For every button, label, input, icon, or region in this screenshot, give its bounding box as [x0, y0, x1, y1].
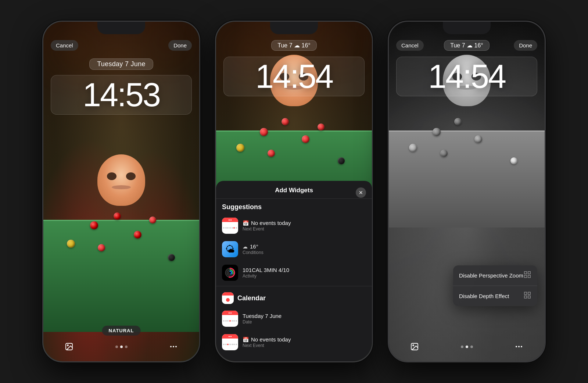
notch-2	[270, 22, 318, 34]
suggestion-calendar-sub: Next Event	[243, 226, 366, 232]
bottom-toolbar-3	[389, 339, 545, 354]
disable-depth-effect-text: Disable Depth Effect	[459, 293, 509, 299]
weather-suggestion-icon: 🌤	[222, 241, 238, 257]
cal-body	[222, 222, 238, 234]
page-dots-1	[115, 346, 128, 348]
suggestion-weather-main: 16°	[250, 243, 258, 250]
calendar-section-header: Calendar	[216, 288, 372, 307]
svg-point-3	[173, 346, 174, 347]
calendar-event-icon	[222, 334, 238, 350]
calendar-date-icon	[222, 311, 238, 327]
date-pill-1: Tuesday 7 June	[89, 58, 153, 70]
date-widget-2: Tue 7 ☁ 16°	[223, 40, 365, 51]
notch-3	[443, 22, 491, 34]
weather-text-2: Tue 7	[277, 42, 292, 49]
natural-badge-1: NATURAL	[102, 326, 141, 336]
calendar-section-title: Calendar	[237, 294, 266, 302]
context-menu-3: Disable Perspective Zoom Disable Depth E…	[453, 265, 537, 306]
perspective-zoom-icon	[523, 271, 531, 280]
svg-rect-23	[524, 275, 527, 278]
svg-point-18	[516, 346, 517, 347]
date-widget-1: Tuesday 7 June	[51, 58, 192, 70]
done-button-1[interactable]: Done	[168, 40, 192, 51]
suggestion-activity-sub: Activity	[243, 273, 366, 279]
dot-1-1	[115, 346, 118, 348]
calendar-event-main: No events today	[251, 336, 291, 343]
calendar-date-sub: Date	[243, 319, 366, 325]
section-divider	[216, 286, 372, 286]
calendar-section-icon	[222, 292, 234, 304]
clock-time-1: 14:53	[51, 75, 192, 115]
svg-rect-28	[528, 296, 530, 298]
svg-point-2	[170, 346, 172, 347]
weather-icon-2: ☁	[294, 42, 301, 49]
svg-point-17	[413, 345, 414, 346]
clock-display-3: 14:54	[389, 57, 545, 96]
suggestion-activity-item[interactable]: 101CAL 3MIN 4/10 Activity	[216, 261, 372, 284]
modal-close-button[interactable]: ✕	[356, 187, 366, 198]
weather-widget-2: Tue 7 ☁ 16°	[271, 40, 316, 51]
cal-header	[222, 218, 238, 222]
more-icon-3[interactable]	[512, 339, 526, 354]
page-dots-3	[461, 346, 473, 348]
clock-time-3: 14:54	[396, 57, 537, 96]
photos-icon-3[interactable]	[407, 339, 422, 354]
top-buttons-1: Cancel Done	[43, 40, 199, 51]
svg-rect-21	[524, 272, 527, 274]
dot-3-1	[461, 346, 463, 348]
weather-temp-2: 16°	[302, 42, 311, 49]
phone-2: Tue 7 ☁ 16° 14:54	[215, 21, 373, 362]
svg-point-19	[518, 346, 520, 347]
activity-icon	[222, 265, 238, 281]
dot-3-3	[470, 346, 473, 348]
cancel-button-3[interactable]: Cancel	[396, 40, 424, 51]
cancel-button-1[interactable]: Cancel	[51, 40, 78, 51]
bottom-toolbar-1	[43, 339, 199, 354]
clock-display-1: 14:53	[43, 75, 199, 115]
photos-icon-1[interactable]	[62, 339, 76, 354]
dot-1-3	[125, 346, 128, 348]
clock-time-2: 14:54	[223, 57, 365, 96]
modal-title: Add Widgets	[275, 187, 313, 194]
suggestion-weather-sub: Conditions	[243, 250, 366, 255]
suggestion-activity-main: 101CAL 3MIN 4/10	[243, 267, 366, 273]
notch-1	[97, 22, 145, 34]
calendar-date-main: Tuesday 7 June	[243, 313, 366, 319]
modal-header: Add Widgets ✕	[216, 187, 372, 199]
dot-1-2	[120, 346, 123, 348]
disable-perspective-zoom-text: Disable Perspective Zoom	[459, 272, 523, 279]
disable-perspective-zoom-item[interactable]: Disable Perspective Zoom	[453, 265, 537, 286]
clock-display-2: 14:54	[216, 57, 372, 96]
suggestions-section-title: Suggestions	[216, 199, 372, 214]
depth-effect-icon	[523, 291, 531, 301]
svg-rect-22	[528, 272, 530, 274]
more-icon-1[interactable]	[166, 339, 181, 354]
disable-depth-effect-item[interactable]: Disable Depth Effect	[453, 286, 537, 306]
top-buttons-3: Cancel Done	[389, 40, 545, 51]
svg-point-1	[67, 345, 68, 346]
calendar-suggestion-icon	[222, 218, 238, 234]
phone-3: Cancel Done Tue 7 ☁ 16° 14:54	[388, 21, 546, 362]
add-widgets-modal: Add Widgets ✕ Suggestions	[216, 181, 372, 361]
calendar-event-sub: Next Event	[243, 343, 366, 348]
phone-1: Cancel Done Tuesday 7 June 14:53 NATURAL	[42, 21, 200, 362]
calendar-event-item[interactable]: 📅 No events today Next Event	[216, 330, 372, 354]
svg-rect-25	[524, 292, 527, 294]
suggestion-calendar-main: No events today	[251, 220, 291, 226]
done-button-3[interactable]: Done	[514, 40, 537, 51]
svg-rect-26	[528, 292, 530, 294]
svg-point-4	[175, 346, 177, 347]
calendar-date-item[interactable]: Tuesday 7 June Date	[216, 307, 372, 330]
suggestion-calendar-icon-widget: 📅 No events today Next Event	[243, 220, 366, 232]
svg-point-20	[521, 346, 522, 347]
dot-3-2	[466, 346, 468, 348]
suggestion-calendar-item[interactable]: 📅 No events today Next Event	[216, 214, 372, 237]
svg-rect-27	[524, 296, 527, 298]
suggestion-weather-item[interactable]: 🌤 ☁ 16° Conditions	[216, 237, 372, 261]
svg-rect-24	[528, 275, 530, 278]
